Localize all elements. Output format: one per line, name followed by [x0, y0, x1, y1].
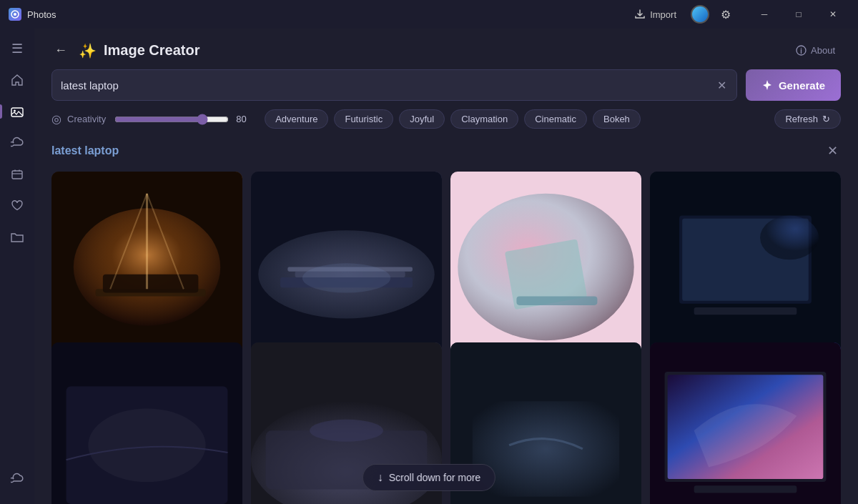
folder-icon [11, 231, 24, 244]
heart-icon [11, 199, 24, 212]
gallery-image-7[interactable] [450, 342, 641, 505]
generate-button[interactable]: Generate [746, 69, 841, 101]
refresh-button[interactable]: Refresh ↻ [774, 109, 841, 129]
page-header: ← ✨ Image Creator About [34, 29, 858, 69]
title-bar: Photos Import ⚙ ─ □ ✕ [0, 0, 858, 29]
sidebar-item-favorites[interactable] [3, 192, 31, 220]
sparkle-icon: ✨ [79, 42, 97, 59]
cloud-icon [11, 137, 24, 149]
style-tag-adventure[interactable]: Adventure [265, 109, 328, 129]
controls-row: ◎ Creativity 80 Adventure Futuristic Joy… [34, 109, 858, 140]
svg-rect-23 [516, 297, 597, 305]
import-icon [634, 9, 646, 20]
gallery-header: latest laptop ✕ [51, 140, 841, 162]
back-button[interactable]: ← [51, 40, 70, 61]
svg-point-35 [310, 419, 383, 441]
style-tag-futuristic[interactable]: Futuristic [334, 109, 393, 129]
gallery-image-4[interactable] [650, 172, 841, 362]
content-area: ← ✨ Image Creator About ✕ [34, 29, 858, 504]
search-input[interactable] [61, 79, 716, 92]
style-tag-bokeh[interactable]: Bokeh [593, 109, 641, 129]
creativity-icon: ◎ [51, 112, 61, 126]
svg-point-6 [801, 48, 802, 49]
gallery-image-1[interactable] [51, 172, 242, 362]
sidebar-item-image-creator[interactable] [3, 97, 31, 126]
sidebar-item-menu[interactable]: ☰ [3, 34, 31, 63]
creativity-label: ◎ Creativity [51, 112, 106, 126]
minimize-button[interactable]: ─ [748, 3, 781, 26]
sidebar-item-folders[interactable] [3, 223, 31, 252]
gallery-image-5[interactable] [51, 342, 242, 505]
sidebar-item-cloud-bottom[interactable] [3, 464, 31, 493]
close-button[interactable]: ✕ [817, 3, 849, 26]
app-title: Photos [27, 9, 56, 20]
creativity-slider[interactable] [114, 114, 229, 125]
svg-point-19 [302, 263, 390, 292]
search-bar: ✕ [51, 69, 737, 101]
svg-rect-4 [12, 171, 22, 179]
svg-rect-2 [11, 108, 23, 117]
albums-icon [11, 168, 24, 181]
title-bar-right: Import ⚙ ─ □ ✕ [628, 3, 849, 26]
about-button[interactable]: About [790, 42, 841, 59]
gallery-grid [51, 172, 841, 504]
gallery-image-8[interactable] [650, 342, 841, 505]
gallery-section: latest laptop ✕ [34, 140, 858, 504]
svg-rect-41 [694, 485, 797, 493]
generate-icon [761, 79, 773, 91]
gallery-image-3[interactable] [450, 172, 641, 362]
sidebar-top: ☰ [3, 34, 31, 461]
image-creator-icon [11, 105, 24, 118]
page-title-wrap: ✨ Image Creator [79, 42, 781, 59]
import-button[interactable]: Import [628, 6, 682, 23]
settings-button[interactable]: ⚙ [718, 5, 734, 24]
svg-point-31 [88, 408, 205, 482]
app-icon [9, 8, 21, 21]
svg-rect-10 [103, 275, 199, 293]
svg-point-3 [14, 110, 16, 112]
gallery-title: latest laptop [51, 144, 119, 157]
cloud-bottom-icon [11, 472, 24, 485]
search-clear-button[interactable]: ✕ [716, 77, 728, 94]
search-section: ✕ Generate [34, 69, 858, 109]
home-icon [11, 74, 24, 87]
gallery-image-2[interactable] [251, 172, 442, 362]
style-tags: Adventure Futuristic Joyful Claymation C… [265, 109, 766, 129]
svg-rect-37 [473, 401, 619, 496]
maximize-button[interactable]: □ [782, 3, 815, 26]
sidebar-item-cloud[interactable] [3, 129, 31, 157]
style-tag-joyful[interactable]: Joyful [399, 109, 445, 129]
sidebar-bottom [3, 464, 31, 498]
sidebar: ☰ [0, 29, 34, 504]
info-icon [796, 45, 807, 56]
title-bar-left: Photos [9, 8, 319, 21]
style-tag-cinematic[interactable]: Cinematic [524, 109, 587, 129]
slider-value: 80 [236, 114, 256, 124]
style-tag-claymation[interactable]: Claymation [450, 109, 518, 129]
gallery-image-6[interactable] [251, 342, 442, 505]
app-body: ☰ [0, 29, 858, 504]
window-controls: ─ □ ✕ [748, 3, 849, 26]
page-title: Image Creator [104, 42, 200, 59]
sidebar-item-home[interactable] [3, 66, 31, 94]
svg-point-1 [14, 13, 16, 16]
svg-rect-28 [694, 307, 797, 315]
svg-point-27 [760, 216, 819, 260]
avatar [691, 5, 709, 24]
sidebar-item-albums[interactable] [3, 160, 31, 189]
gallery-close-button[interactable]: ✕ [824, 140, 841, 162]
slider-wrap: 80 [114, 114, 256, 125]
